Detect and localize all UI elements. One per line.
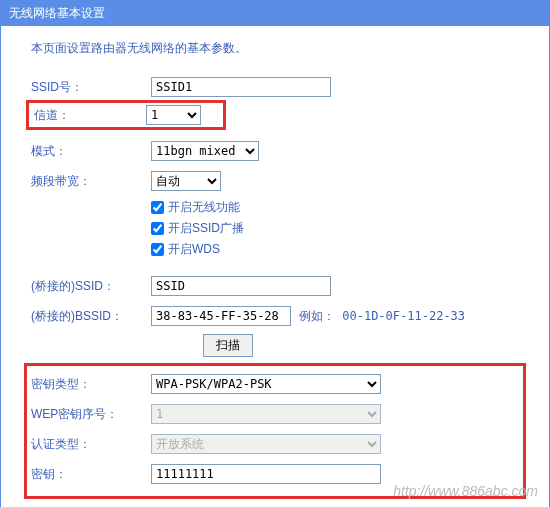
checkbox-enable-wireless[interactable] [151, 201, 164, 214]
label-wep-index: WEP密钥序号： [31, 406, 151, 423]
row-enable-wds: 开启WDS [151, 241, 519, 258]
settings-window: 无线网络基本设置 本页面设置路由器无线网络的基本参数。 SSID号： 信道： 1… [0, 0, 550, 507]
label-mode: 模式： [31, 143, 151, 160]
row-enable-wireless: 开启无线功能 [151, 199, 519, 216]
checkbox-enable-ssid-broadcast[interactable] [151, 222, 164, 235]
intro-text: 本页面设置路由器无线网络的基本参数。 [31, 40, 519, 57]
label-key: 密钥： [31, 466, 151, 483]
scan-button[interactable]: 扫描 [203, 334, 253, 357]
row-key: 密钥： [31, 462, 519, 486]
example-label: 例如： 00-1D-0F-11-22-33 [299, 308, 465, 325]
select-mode[interactable]: 11bgn mixed [151, 141, 259, 161]
row-key-type: 密钥类型： WPA-PSK/WPA2-PSK [31, 372, 519, 396]
row-enable-ssid-broadcast: 开启SSID广播 [151, 220, 519, 237]
select-channel[interactable]: 1 [146, 105, 201, 125]
row-ssid: SSID号： [31, 75, 519, 99]
select-key-type[interactable]: WPA-PSK/WPA2-PSK [151, 374, 381, 394]
input-key[interactable] [151, 464, 381, 484]
label-enable-wds: 开启WDS [168, 241, 220, 258]
label-channel: 信道： [31, 107, 146, 124]
label-ssid: SSID号： [31, 79, 151, 96]
row-mode: 模式： 11bgn mixed [31, 139, 519, 163]
row-bridge-bssid: (桥接的)BSSID： 例如： 00-1D-0F-11-22-33 [31, 304, 519, 328]
label-enable-ssid-broadcast: 开启SSID广播 [168, 220, 244, 237]
security-block: 密钥类型： WPA-PSK/WPA2-PSK WEP密钥序号： 1 认证类型： [24, 363, 526, 499]
input-ssid[interactable] [151, 77, 331, 97]
row-bridge-ssid: (桥接的)SSID： [31, 274, 519, 298]
row-channel: 信道： 1 [31, 105, 519, 133]
select-wep-index: 1 [151, 404, 381, 424]
label-auth-type: 认证类型： [31, 436, 151, 453]
label-enable-wireless: 开启无线功能 [168, 199, 240, 216]
form-content: 本页面设置路由器无线网络的基本参数。 SSID号： 信道： 1 模式： 11bg… [1, 26, 549, 507]
select-bandwidth[interactable]: 自动 [151, 171, 221, 191]
label-bridge-bssid: (桥接的)BSSID： [31, 308, 151, 325]
row-bandwidth: 频段带宽： 自动 [31, 169, 519, 193]
row-wep-index: WEP密钥序号： 1 [31, 402, 519, 426]
label-bridge-ssid: (桥接的)SSID： [31, 278, 151, 295]
checkbox-enable-wds[interactable] [151, 243, 164, 256]
select-auth-type: 开放系统 [151, 434, 381, 454]
label-bandwidth: 频段带宽： [31, 173, 151, 190]
window-title: 无线网络基本设置 [9, 6, 105, 20]
input-bridge-ssid[interactable] [151, 276, 331, 296]
window-titlebar: 无线网络基本设置 [1, 1, 549, 26]
row-auth-type: 认证类型： 开放系统 [31, 432, 519, 456]
input-bridge-bssid[interactable] [151, 306, 291, 326]
row-scan: 扫描 [203, 334, 519, 357]
label-key-type: 密钥类型： [31, 376, 151, 393]
